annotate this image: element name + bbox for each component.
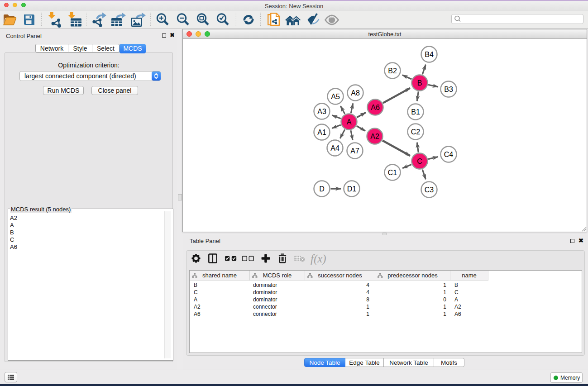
svg-text:f(x): f(x) [311, 253, 326, 265]
svg-text:D1: D1 [347, 185, 357, 193]
svg-text:A: A [347, 118, 352, 126]
svg-text:A6: A6 [371, 104, 380, 111]
svg-text:B: B [417, 79, 422, 87]
svg-text:C: C [417, 157, 422, 165]
svg-text:B3: B3 [444, 86, 453, 93]
svg-text:C4: C4 [444, 151, 454, 158]
svg-text:D: D [319, 185, 325, 193]
svg-text:A5: A5 [331, 93, 340, 100]
svg-text:A4: A4 [330, 144, 339, 152]
svg-text:B2: B2 [388, 67, 397, 75]
svg-text:B4: B4 [425, 51, 434, 58]
svg-text:A1: A1 [317, 129, 326, 136]
svg-text:A8: A8 [351, 89, 360, 97]
svg-text:A3: A3 [317, 108, 326, 115]
svg-text:B1: B1 [411, 108, 420, 116]
svg-text:C3: C3 [425, 186, 434, 194]
svg-text:A2: A2 [370, 133, 379, 140]
svg-text:A7: A7 [350, 147, 359, 155]
svg-text:C2: C2 [411, 128, 421, 136]
svg-text:C1: C1 [388, 169, 397, 176]
